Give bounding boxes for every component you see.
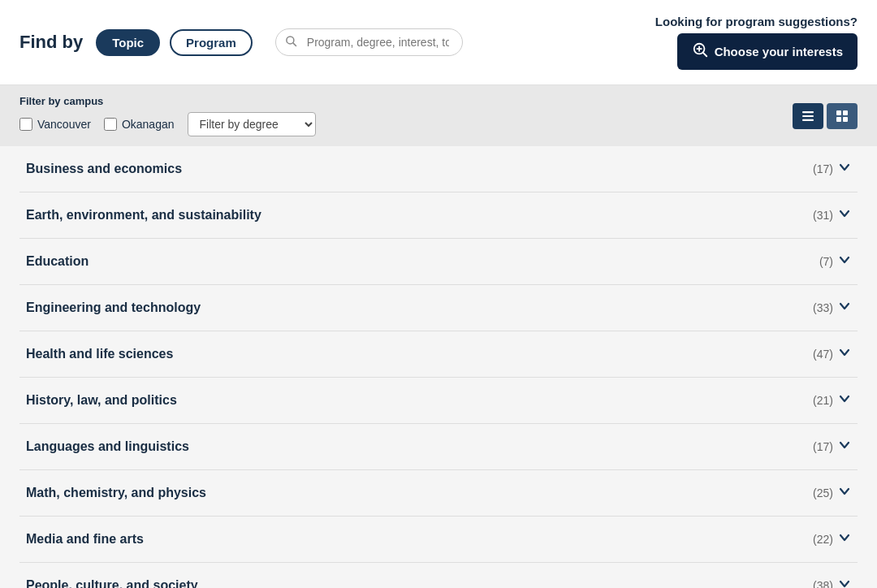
svg-rect-9 <box>836 110 841 115</box>
search-input[interactable] <box>275 28 463 56</box>
filter-bar: Filter by campus Vancouver Okanagan Filt… <box>0 85 877 146</box>
header-left: Find by Topic Program <box>19 28 476 56</box>
topic-name: Health and life sciences <box>26 347 173 361</box>
topic-right: (47) <box>813 346 851 362</box>
topic-row[interactable]: Health and life sciences (47) <box>19 331 858 378</box>
topic-row[interactable]: Education (7) <box>19 239 858 285</box>
svg-rect-6 <box>802 111 814 113</box>
topic-name: Business and economics <box>26 162 182 176</box>
svg-rect-7 <box>802 115 814 116</box>
topic-right: (25) <box>813 485 851 501</box>
svg-line-1 <box>293 43 296 45</box>
chevron-down-icon <box>838 392 851 409</box>
topic-count: (17) <box>813 162 833 175</box>
okanagan-checkbox-group: Okanagan <box>104 118 175 131</box>
topic-row[interactable]: Languages and linguistics (17) <box>19 424 858 470</box>
header-right: Looking for program suggestions? Choose … <box>655 15 858 70</box>
topic-row[interactable]: Earth, environment, and sustainability (… <box>19 192 858 239</box>
topic-right: (21) <box>813 392 851 409</box>
chevron-down-icon <box>838 531 851 547</box>
topic-count: (25) <box>813 486 833 499</box>
vancouver-label[interactable]: Vancouver <box>37 118 91 131</box>
chevron-down-icon <box>838 577 851 588</box>
find-by-label: Find by <box>19 32 83 53</box>
topic-right: (17) <box>813 439 851 455</box>
view-toggle <box>793 103 858 129</box>
topic-count: (21) <box>813 394 833 407</box>
grid-view-button[interactable] <box>827 103 858 129</box>
tab-program-button[interactable]: Program <box>170 29 253 56</box>
topic-name: People, culture, and society <box>26 578 198 588</box>
topic-count: (33) <box>813 301 833 314</box>
topic-name: Engineering and technology <box>26 300 201 315</box>
topic-row[interactable]: Business and economics (17) <box>19 146 858 192</box>
svg-rect-12 <box>843 117 848 122</box>
chevron-down-icon <box>838 161 851 177</box>
topic-row[interactable]: Media and fine arts (22) <box>19 517 858 563</box>
chevron-down-icon <box>838 253 851 270</box>
topic-count: (38) <box>813 579 833 588</box>
topic-row[interactable]: Math, chemistry, and physics (25) <box>19 470 858 517</box>
topic-name: Earth, environment, and sustainability <box>26 208 261 223</box>
topic-row[interactable]: History, law, and politics (21) <box>19 378 858 424</box>
topic-right: (31) <box>813 207 851 223</box>
topic-count: (7) <box>819 255 833 268</box>
topic-count: (22) <box>813 533 833 546</box>
topic-count: (17) <box>813 440 833 453</box>
search-wrap <box>275 28 463 56</box>
page-header: Find by Topic Program Looking for progra… <box>0 0 877 85</box>
topic-right: (17) <box>813 161 851 177</box>
choose-interests-label: Choose your interests <box>715 45 843 58</box>
chevron-down-icon <box>838 485 851 501</box>
topic-name: Languages and linguistics <box>26 439 189 454</box>
topic-right: (22) <box>813 531 851 547</box>
svg-line-3 <box>702 53 706 57</box>
choose-interests-button[interactable]: Choose your interests <box>677 33 858 70</box>
degree-select[interactable]: Filter by degreeBachelorMasterPhDCertifi… <box>188 112 316 136</box>
topic-right: (7) <box>819 253 851 270</box>
svg-rect-8 <box>802 119 814 120</box>
topic-name: Education <box>26 254 89 269</box>
topic-row[interactable]: Engineering and technology (33) <box>19 285 858 331</box>
list-view-button[interactable] <box>793 103 823 129</box>
topic-row[interactable]: People, culture, and society (38) <box>19 563 858 588</box>
chevron-down-icon <box>838 300 851 316</box>
topic-count: (47) <box>813 348 833 361</box>
topic-count: (31) <box>813 209 833 222</box>
svg-rect-11 <box>836 117 841 122</box>
okanagan-checkbox[interactable] <box>104 118 117 131</box>
svg-point-0 <box>287 37 294 44</box>
tab-topic-button[interactable]: Topic <box>96 29 160 56</box>
vancouver-checkbox-group: Vancouver <box>19 118 91 131</box>
topics-list: Business and economics (17) Earth, envir… <box>0 146 877 588</box>
search-circle-icon <box>692 41 708 62</box>
topic-right: (33) <box>813 300 851 316</box>
topic-name: History, law, and politics <box>26 393 177 408</box>
okanagan-label[interactable]: Okanagan <box>122 118 175 131</box>
topic-name: Math, chemistry, and physics <box>26 486 206 500</box>
suggestion-text: Looking for program suggestions? <box>655 15 858 28</box>
filter-campus-label: Filter by campus <box>19 95 316 107</box>
topic-right: (38) <box>813 577 851 588</box>
filter-campus-row: Vancouver Okanagan Filter by degreeBache… <box>19 112 316 136</box>
chevron-down-icon <box>838 346 851 362</box>
topic-name: Media and fine arts <box>26 532 144 547</box>
svg-rect-10 <box>843 110 848 115</box>
vancouver-checkbox[interactable] <box>19 118 32 131</box>
chevron-down-icon <box>838 439 851 455</box>
search-icon <box>285 35 297 50</box>
filter-bar-left: Filter by campus Vancouver Okanagan Filt… <box>19 95 316 136</box>
chevron-down-icon <box>838 207 851 223</box>
